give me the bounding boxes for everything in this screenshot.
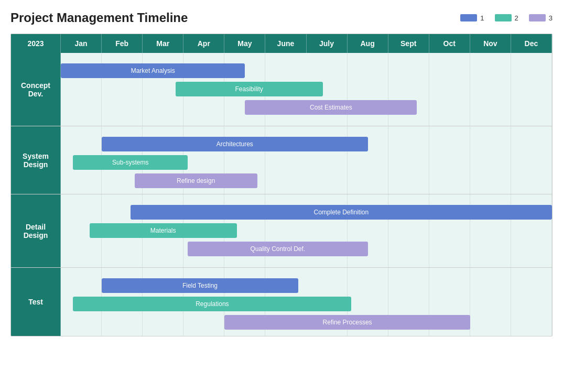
row-content-concept-dev: Market AnalysisFeasibilityCost Estimates xyxy=(61,53,552,126)
page-title: Project Management Timeline xyxy=(10,10,460,25)
row-system-design: System DesignArchitecturesSub-systemsRef… xyxy=(11,126,552,194)
legend-item-3: 3 xyxy=(529,14,553,22)
row-detail-design: Detail DesignComplete DefinitionMaterial… xyxy=(11,194,552,268)
bar-regulations: Regulations xyxy=(73,297,351,311)
bar-quality-control: Quality Control Def. xyxy=(188,242,368,256)
row-label-concept-dev: Concept Dev. xyxy=(11,53,61,126)
gantt-body: Concept Dev.Market AnalysisFeasibilityCo… xyxy=(11,53,552,336)
legend-color-1 xyxy=(460,14,477,21)
bar-refine-processes: Refine Processes xyxy=(224,315,470,330)
month-header-july: July xyxy=(307,34,348,53)
row-label-test: Test xyxy=(11,268,61,336)
row-concept-dev: Concept Dev.Market AnalysisFeasibilityCo… xyxy=(11,53,552,126)
row-content-system-design: ArchitecturesSub-systemsRefine design xyxy=(61,126,552,194)
legend: 123 xyxy=(460,14,553,22)
bar-field-testing: Field Testing xyxy=(102,278,298,293)
bar-complete-definition: Complete Definition xyxy=(131,205,552,220)
gantt-header: 2023 JanFebMarAprMayJuneJulyAugSeptOctNo… xyxy=(11,34,552,53)
bar-sub-systems: Sub-systems xyxy=(73,155,188,170)
row-content-detail-design: Complete DefinitionMaterialsQuality Cont… xyxy=(61,194,552,267)
legend-color-2 xyxy=(495,14,512,21)
bar-architectures: Architectures xyxy=(102,137,368,151)
bar-feasibility: Feasibility xyxy=(176,82,323,96)
month-header-may: May xyxy=(224,34,265,53)
month-header-apr: Apr xyxy=(183,34,224,53)
month-header-oct: Oct xyxy=(429,34,470,53)
gantt-chart: 2023 JanFebMarAprMayJuneJulyAugSeptOctNo… xyxy=(10,34,553,336)
bar-cost-estimates: Cost Estimates xyxy=(245,100,417,115)
legend-label-3: 3 xyxy=(549,14,553,22)
legend-color-3 xyxy=(529,14,546,21)
row-label-detail-design: Detail Design xyxy=(11,194,61,267)
bar-refine-design: Refine design xyxy=(135,173,257,188)
legend-label-1: 1 xyxy=(480,14,484,22)
month-header-mar: Mar xyxy=(143,34,183,53)
month-header-sept: Sept xyxy=(388,34,429,53)
year-header: 2023 xyxy=(11,34,61,53)
row-content-test: Field TestingRegulationsRefine Processes xyxy=(61,268,552,336)
legend-item-2: 2 xyxy=(495,14,518,22)
month-header-feb: Feb xyxy=(102,34,143,53)
bar-materials: Materials xyxy=(90,223,237,238)
month-header-jan: Jan xyxy=(61,34,102,53)
month-header-aug: Aug xyxy=(348,34,388,53)
month-header-nov: Nov xyxy=(470,34,511,53)
month-header-dec: Dec xyxy=(511,34,552,53)
row-label-system-design: System Design xyxy=(11,126,61,194)
legend-item-1: 1 xyxy=(460,14,484,22)
month-header-june: June xyxy=(265,34,306,53)
bar-market-analysis: Market Analysis xyxy=(61,63,245,78)
row-test: TestField TestingRegulationsRefine Proce… xyxy=(11,268,552,336)
legend-label-2: 2 xyxy=(515,14,518,22)
